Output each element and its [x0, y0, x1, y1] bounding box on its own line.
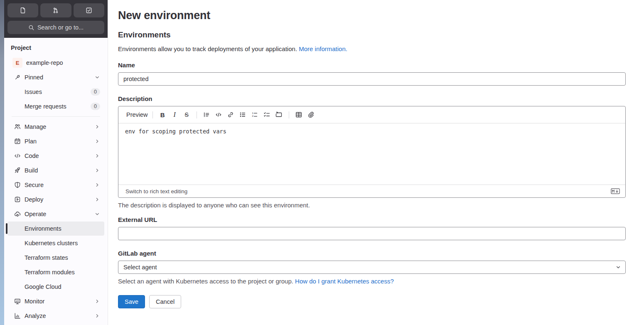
page-title: New environment: [118, 9, 626, 22]
chevron-down-icon: [615, 264, 621, 270]
sidebar-item-build[interactable]: Build: [7, 163, 104, 177]
save-button[interactable]: Save: [118, 295, 145, 308]
sidebar: Search or go to... Project E example-rep…: [4, 0, 108, 325]
switch-rich-text-button[interactable]: Switch to rich text editing: [125, 188, 187, 195]
cloud-gear-icon: [14, 211, 21, 217]
chevron-down-icon: [94, 74, 100, 80]
sidebar-item-label: Issues: [25, 89, 91, 95]
merge-request-icon: [52, 7, 59, 14]
merge-requests-shortcut-button[interactable]: [40, 3, 71, 17]
cancel-button[interactable]: Cancel: [149, 295, 181, 308]
issues-count-badge: 0: [91, 88, 100, 96]
more-information-link[interactable]: More information.: [299, 45, 347, 52]
sidebar-item-analyze[interactable]: Analyze: [7, 309, 104, 323]
deployments-icon: [14, 196, 21, 203]
description-field-label: Description: [118, 95, 626, 102]
sidebar-item-label: Operate: [25, 211, 94, 217]
sidebar-item-environments[interactable]: Environments: [7, 222, 104, 236]
sidebar-section-label: Project: [4, 39, 108, 55]
rocket-icon: [14, 167, 21, 174]
sidebar-item-google-cloud[interactable]: Google Cloud: [7, 280, 104, 294]
sidebar-item-terraform-states[interactable]: Terraform states: [7, 251, 104, 265]
toolbar-separator: [152, 111, 153, 118]
task-list-icon: [263, 111, 270, 118]
paperclip-icon: [307, 111, 314, 118]
attach-file-button[interactable]: [305, 109, 317, 121]
sidebar-nav: Project E example-repo Pinned Issues 0 M…: [4, 38, 108, 325]
sidebar-header: Search or go to...: [4, 0, 108, 38]
calendar-check-icon: [14, 138, 21, 145]
chevron-right-icon: [94, 153, 100, 159]
code-button[interactable]: [213, 109, 224, 121]
sidebar-item-label: Secure: [25, 182, 94, 188]
external-url-field-group: External URL: [118, 216, 626, 240]
markdown-footer: Switch to rich text editing: [118, 185, 625, 197]
markdown-icon[interactable]: [611, 188, 620, 194]
chevron-right-icon: [94, 298, 100, 304]
task-done-icon: [86, 7, 92, 14]
sidebar-item-project[interactable]: E example-repo: [7, 56, 104, 70]
search-input[interactable]: Search or go to...: [7, 21, 104, 34]
svg-text:2: 2: [252, 115, 253, 117]
todo-shortcut-button[interactable]: [74, 3, 104, 17]
sidebar-item-deploy[interactable]: Deploy: [7, 192, 104, 207]
agent-help-body: Select an agent with Kubernetes access t…: [118, 278, 293, 285]
sidebar-item-pinned[interactable]: Pinned: [7, 70, 104, 84]
description-textarea[interactable]: env for scoping protected vars: [118, 123, 625, 185]
chevron-right-icon: [94, 182, 100, 188]
code-icon: [215, 111, 222, 118]
quote-icon: [203, 111, 210, 118]
agent-select[interactable]: Select agent: [118, 261, 626, 274]
sidebar-item-label: Kubernetes clusters: [25, 240, 101, 246]
shield-icon: [14, 182, 21, 188]
numbered-list-button[interactable]: 12: [249, 109, 261, 121]
bold-button[interactable]: B: [157, 109, 168, 121]
sidebar-item-operate[interactable]: Operate: [7, 207, 104, 221]
sidebar-item-label: Code: [25, 153, 94, 159]
sidebar-item-label: Monitor: [25, 298, 94, 305]
markdown-toolbar: Preview B I S 12: [118, 106, 625, 123]
agent-select-value: Select agent: [123, 264, 157, 271]
task-list-button[interactable]: [261, 109, 273, 121]
code-icon: [14, 153, 21, 159]
external-url-input[interactable]: [118, 227, 626, 240]
sidebar-item-label: Terraform modules: [25, 269, 101, 276]
sidebar-item-monitor[interactable]: Monitor: [7, 294, 104, 308]
markdown-editor: Preview B I S 12: [118, 106, 626, 198]
sidebar-item-terraform-modules[interactable]: Terraform modules: [7, 265, 104, 279]
collapsible-section-button[interactable]: [273, 109, 285, 121]
kubernetes-access-link[interactable]: How do I grant Kubernetes access?: [295, 278, 394, 285]
sidebar-item-kubernetes-clusters[interactable]: Kubernetes clusters: [7, 236, 104, 250]
toolbar-separator: [197, 111, 197, 118]
quote-button[interactable]: [201, 109, 212, 121]
numbered-list-icon: 12: [251, 111, 258, 118]
strikethrough-button[interactable]: S: [181, 109, 192, 121]
chevron-right-icon: [94, 138, 100, 144]
sidebar-item-label: Environments: [25, 225, 101, 232]
chart-icon: [14, 313, 21, 319]
link-button[interactable]: [225, 109, 236, 121]
sidebar-item-label: Merge requests: [25, 103, 91, 110]
sidebar-item-label: Google Cloud: [25, 283, 101, 290]
sidebar-item-manage[interactable]: Manage: [7, 120, 104, 134]
sidebar-item-issues[interactable]: Issues 0: [7, 85, 104, 99]
sidebar-item-label: Plan: [25, 138, 94, 145]
sidebar-item-secure[interactable]: Secure: [7, 178, 104, 192]
issues-shortcut-button[interactable]: [7, 3, 38, 17]
search-icon: [28, 25, 34, 31]
table-button[interactable]: [293, 109, 305, 121]
merge-requests-count-badge: 0: [91, 103, 100, 110]
sidebar-item-plan[interactable]: Plan: [7, 134, 104, 148]
sidebar-item-label: Build: [25, 167, 94, 174]
svg-text:1: 1: [252, 112, 253, 114]
italic-button[interactable]: I: [169, 109, 180, 121]
bullet-list-button[interactable]: [237, 109, 248, 121]
preview-tab[interactable]: Preview: [125, 110, 149, 120]
collapsible-section-icon: [275, 111, 282, 118]
sidebar-item-code[interactable]: Code: [7, 149, 104, 163]
strikethrough-icon: S: [184, 111, 188, 118]
gitlab-agent-field-label: GitLab agent: [118, 250, 626, 257]
name-input[interactable]: [118, 72, 626, 86]
sidebar-item-merge-requests[interactable]: Merge requests 0: [7, 99, 104, 113]
external-url-field-label: External URL: [118, 216, 626, 223]
